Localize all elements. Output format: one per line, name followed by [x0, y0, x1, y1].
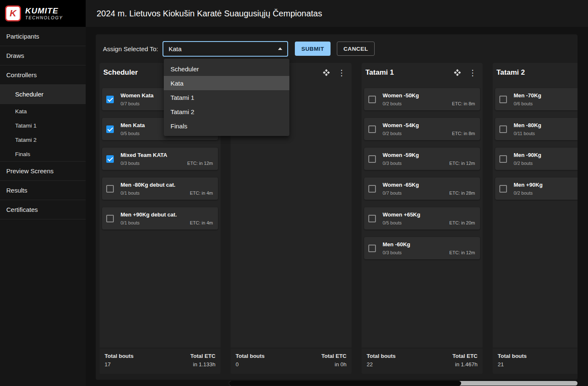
more-options-icon[interactable]: ⋮: [468, 69, 478, 77]
brand-text: KUMITE TECHNOLOGY: [25, 7, 63, 20]
card-title: Women -59Kg: [383, 152, 419, 158]
category-card[interactable]: Men +90Kg debut cat. 0/1 bouts ETC: in 4…: [102, 207, 218, 230]
card-bouts: 0/2 bouts: [514, 190, 543, 196]
menu-option-tatami-2[interactable]: Tatami 2: [164, 104, 289, 119]
sidebar-item-preview-screens[interactable]: Preview Screens: [0, 162, 86, 181]
card-title: Men -80Kg: [514, 122, 541, 128]
category-card[interactable]: Men +90Kg 0/2 bouts: [495, 177, 578, 200]
card-title: Men Kata: [121, 122, 145, 128]
move-icon[interactable]: [323, 69, 330, 76]
category-card[interactable]: Men -90Kg 0/2 bouts: [495, 148, 578, 170]
card-checkbox[interactable]: [499, 155, 507, 163]
menu-option-finals[interactable]: Finals: [164, 119, 289, 133]
horizontal-scrollbar-thumb[interactable]: [229, 381, 461, 386]
sidebar-item-participants[interactable]: Participants: [0, 27, 86, 46]
menu-option-scheduler[interactable]: Scheduler: [164, 62, 289, 76]
card-text: Men -90Kg 0/2 bouts: [514, 152, 541, 166]
footer-total-etc: Total ETC in 1.467h: [452, 353, 478, 369]
card-text: Women +65Kg 0/5 bouts: [383, 211, 420, 225]
card-title: Men -80Kg debut cat.: [121, 182, 176, 188]
card-text: Women -54Kg 0/2 bouts: [383, 122, 419, 136]
sidebar-scheduler-subitems: Kata Tatami 1 Tatami 2 Finals: [0, 104, 86, 162]
move-icon[interactable]: [454, 69, 461, 76]
horizontal-scrollbar[interactable]: [229, 381, 578, 386]
card-checkbox[interactable]: [368, 215, 376, 222]
brand-logo[interactable]: K KUMITE TECHNOLOGY: [0, 0, 86, 27]
footer-total-bouts: Total bouts 17: [105, 353, 134, 369]
card-checkbox[interactable]: [106, 96, 114, 103]
menu-option-tatami-1[interactable]: Tatami 1: [164, 90, 289, 104]
category-card[interactable]: Women -54Kg 0/2 bouts ETC: in 8m: [364, 118, 480, 140]
card-etc: ETC: in 28m: [449, 190, 475, 196]
card-text: Men +90Kg debut cat. 0/1 bouts: [121, 211, 177, 225]
category-card[interactable]: Women -50Kg 0/2 bouts ETC: in 8m: [364, 88, 480, 110]
card-title: Women +65Kg: [383, 211, 420, 218]
menu-option-kata[interactable]: Kata: [164, 76, 289, 90]
total-etc-label: Total ETC: [452, 353, 478, 359]
category-card[interactable]: Women -59Kg 0/3 bouts ETC: in 12m: [364, 148, 480, 170]
total-bouts-value: 0: [236, 361, 265, 368]
sidebar-item-scheduler[interactable]: Scheduler: [0, 85, 86, 104]
sidebar-nav: Participants Draws Controllers Scheduler…: [0, 27, 86, 219]
card-text: Women -65Kg 0/7 bouts: [383, 182, 419, 196]
card-title: Men -70Kg: [514, 92, 541, 99]
sidebar-item-tatami-1[interactable]: Tatami 1: [0, 118, 86, 133]
sidebar-item-controllers[interactable]: Controllers: [0, 65, 86, 85]
category-card[interactable]: Women +65Kg 0/5 bouts ETC: in 20m: [364, 207, 480, 230]
total-bouts-value: 22: [367, 361, 396, 368]
category-card[interactable]: Men -80Kg debut cat. 0/1 bouts ETC: in 4…: [102, 177, 218, 200]
assign-select-value: Kata: [168, 45, 181, 52]
column-footer: Total bouts 21: [493, 348, 578, 374]
sidebar-item-kata[interactable]: Kata: [0, 104, 86, 118]
card-bouts: 0/11 bouts: [514, 131, 541, 136]
card-title: Mixed Team KATA: [121, 152, 167, 158]
assign-select[interactable]: Kata: [163, 41, 288, 57]
total-bouts-label: Total bouts: [236, 353, 265, 359]
card-checkbox[interactable]: [368, 245, 376, 252]
card-checkbox[interactable]: [106, 125, 114, 133]
cancel-button[interactable]: CANCEL: [337, 42, 375, 56]
brand-name: KUMITE: [25, 7, 63, 15]
column-header-icons: ⋮: [454, 69, 479, 77]
card-checkbox[interactable]: [368, 125, 376, 133]
category-card[interactable]: Men -80Kg 0/11 bouts: [495, 118, 578, 140]
card-etc: ETC: in 8m: [452, 131, 475, 136]
card-checkbox[interactable]: [368, 185, 376, 193]
footer-total-etc: Total ETC in 0h: [321, 353, 346, 369]
assign-select-menu: Scheduler Kata Tatami 1 Tatami 2 Finals: [164, 59, 289, 136]
total-bouts-label: Total bouts: [498, 353, 527, 359]
sidebar-item-tatami-2[interactable]: Tatami 2: [0, 133, 86, 147]
column-footer: Total bouts 17 Total ETC in 1.133h: [100, 348, 220, 374]
scheduler-panel: Assign Selected To: Kata SUBMIT CANCEL S…: [96, 34, 578, 380]
card-bouts: 0/2 bouts: [383, 131, 419, 136]
footer-total-bouts: Total bouts 21: [498, 353, 527, 369]
card-checkbox[interactable]: [368, 155, 376, 163]
sidebar-item-finals[interactable]: Finals: [0, 147, 86, 161]
more-options-icon[interactable]: ⋮: [337, 69, 346, 77]
category-card[interactable]: Mixed Team KATA 0/3 bouts ETC: in 12m: [102, 148, 218, 170]
sidebar-item-certificates[interactable]: Certificates: [0, 200, 86, 219]
sidebar-item-results[interactable]: Results: [0, 181, 86, 200]
card-checkbox[interactable]: [106, 185, 114, 193]
footer-total-etc: Total ETC in 1.133h: [190, 353, 215, 369]
category-card[interactable]: Women -65Kg 0/7 bouts ETC: in 28m: [364, 177, 480, 200]
card-checkbox[interactable]: [499, 185, 507, 193]
card-bouts: 0/3 bouts: [383, 161, 419, 166]
card-title: Women -50Kg: [383, 92, 419, 99]
card-text: Women -50Kg 0/2 bouts: [383, 92, 419, 106]
column-header: Tatami 1 ⋮: [362, 63, 483, 82]
category-card[interactable]: Men -70Kg 0/6 bouts: [495, 88, 578, 110]
card-checkbox[interactable]: [368, 96, 376, 103]
card-checkbox[interactable]: [106, 215, 114, 222]
card-checkbox[interactable]: [499, 125, 507, 133]
column-tatami-1: Tatami 1 ⋮ Women -50Kg 0/2 bouts ETC: in…: [362, 63, 483, 374]
total-etc-label: Total ETC: [190, 353, 215, 359]
total-etc-label: Total ETC: [321, 353, 346, 359]
category-card[interactable]: Men -60Kg 0/3 bouts ETC: in 12m: [364, 237, 480, 259]
card-checkbox[interactable]: [499, 96, 507, 103]
card-checkbox[interactable]: [106, 155, 114, 163]
sidebar-item-draws[interactable]: Draws: [0, 46, 86, 65]
card-bouts: 0/3 bouts: [121, 161, 167, 166]
brand-logo-letter: K: [10, 8, 16, 19]
submit-button[interactable]: SUBMIT: [295, 42, 330, 56]
